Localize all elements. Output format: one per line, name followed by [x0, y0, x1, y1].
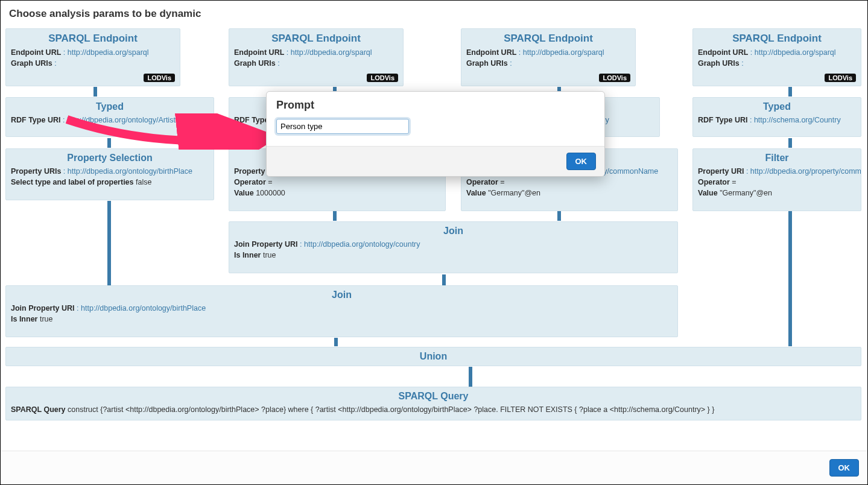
connector [788, 138, 792, 148]
value: http://dbpedia.org/sparql [68, 48, 149, 57]
label: Join Property URI [234, 240, 298, 249]
node-title: Filter [698, 153, 856, 163]
lodvis-badge[interactable]: LODVis [599, 74, 630, 82]
value: http://dbpedia.org/ontology/birthPlace [68, 167, 192, 176]
ok-button[interactable]: OK [829, 459, 860, 477]
connector [788, 87, 792, 97]
prompt-input[interactable] [276, 119, 409, 134]
node-title: SPARQL Endpoint [698, 33, 856, 45]
value: "Germany"@en [488, 189, 540, 197]
label: Endpoint URL [698, 48, 748, 57]
value: http://dbpedia.org/sparql [523, 48, 604, 57]
label: Graph URIs [11, 59, 52, 68]
value: http://schema.org/Country [754, 116, 841, 124]
value: = [500, 178, 504, 186]
node-title: Join [11, 290, 673, 300]
value: http://dbpedia.org/property/commonName [750, 167, 861, 176]
node-endpoint-1[interactable]: SPARQL Endpoint Endpoint URL : http://db… [5, 28, 180, 86]
label: Select type and label of properties [11, 178, 134, 186]
lodvis-badge[interactable]: LODVis [144, 74, 175, 82]
label: Value [234, 189, 254, 197]
node-join-1[interactable]: Join Join Property URI : http://dbpedia.… [229, 221, 678, 273]
label: Value [698, 189, 718, 197]
value: false [136, 178, 151, 186]
node-typed-1[interactable]: Typed RDF Type URI : http://dbpedia.org/… [5, 97, 214, 137]
value: construct {?artist <http://dbpedia.org/o… [68, 405, 714, 414]
label: Operator [698, 178, 730, 186]
node-title: Typed [698, 101, 856, 112]
label: Property URI [698, 167, 744, 176]
node-title: Property Selection [11, 153, 209, 163]
label: Endpoint URL [466, 48, 516, 57]
node-title: SPARQL Endpoint [11, 33, 175, 45]
value: http://dbpedia.org/sparql [755, 48, 836, 57]
dialog-title: Prompt [267, 92, 604, 116]
label: Operator [234, 178, 266, 186]
page-footer: OK [1, 451, 867, 484]
label: RDF Type URI [698, 116, 747, 124]
lodvis-badge[interactable]: LODVis [825, 74, 856, 82]
connector [93, 87, 97, 97]
label: Is Inner [234, 251, 261, 259]
connector [469, 367, 472, 387]
label: SPARQL Query [11, 405, 66, 414]
value: http://dbpedia.org/ontology/country [304, 240, 420, 249]
value: = [268, 178, 272, 186]
node-filter-4[interactable]: Filter Property URI : http://dbpedia.org… [692, 148, 861, 211]
value: = [732, 178, 736, 186]
value: 1000000 [256, 189, 285, 197]
pipeline-canvas: SPARQL Endpoint Endpoint URL : http://db… [5, 26, 863, 442]
value: true [40, 315, 53, 323]
label: RDF Type URI [11, 116, 60, 124]
value: http://dbpedia.org/sparql [291, 48, 372, 57]
label: Graph URIs [698, 59, 740, 68]
value: true [263, 251, 276, 259]
page-title: Choose analysis params to be dynamic [9, 8, 863, 20]
value: http://dbpedia.org/ontology/birthPlace [81, 304, 206, 312]
node-title: SPARQL Endpoint [466, 33, 630, 45]
node-property-selection[interactable]: Property Selection Property URIs : http:… [5, 148, 214, 200]
node-title: Union [11, 351, 856, 362]
node-title: SPARQL Query [11, 391, 856, 402]
connector [334, 338, 338, 346]
node-endpoint-2[interactable]: SPARQL Endpoint Endpoint URL : http://db… [229, 28, 404, 86]
connector [442, 274, 446, 285]
node-endpoint-4[interactable]: SPARQL Endpoint Endpoint URL : http://db… [692, 28, 861, 86]
connector [557, 211, 561, 221]
connector [107, 201, 111, 285]
label: Endpoint URL [11, 48, 61, 57]
label: Graph URIs [466, 59, 508, 68]
value: "Germany"@en [720, 189, 772, 197]
node-endpoint-3[interactable]: SPARQL Endpoint Endpoint URL : http://db… [461, 28, 636, 86]
label: Join Property URI [11, 304, 75, 312]
connector [333, 211, 337, 221]
label: Graph URIs [234, 59, 276, 68]
connector [107, 138, 111, 148]
label: Property URIs [11, 167, 61, 176]
node-sparql-query[interactable]: SPARQL Query SPARQL Query construct {?ar… [5, 387, 861, 420]
lodvis-badge[interactable]: LODVis [367, 74, 398, 82]
node-title: Typed [11, 101, 209, 112]
node-join-2[interactable]: Join Join Property URI : http://dbpedia.… [5, 285, 678, 337]
label: Value [466, 189, 486, 197]
label: Operator [466, 178, 498, 186]
node-title: Join [234, 226, 673, 236]
prompt-dialog: Prompt OK [266, 91, 605, 177]
label: Endpoint URL [234, 48, 284, 57]
connector [788, 211, 792, 346]
label: Is Inner [11, 315, 37, 323]
node-typed-4[interactable]: Typed RDF Type URI : http://schema.org/C… [692, 97, 861, 137]
node-union[interactable]: Union [5, 347, 861, 366]
node-title: SPARQL Endpoint [234, 33, 398, 45]
value: http://dbpedia.org/ontology/Artist [67, 116, 176, 124]
dialog-ok-button[interactable]: OK [566, 153, 597, 170]
